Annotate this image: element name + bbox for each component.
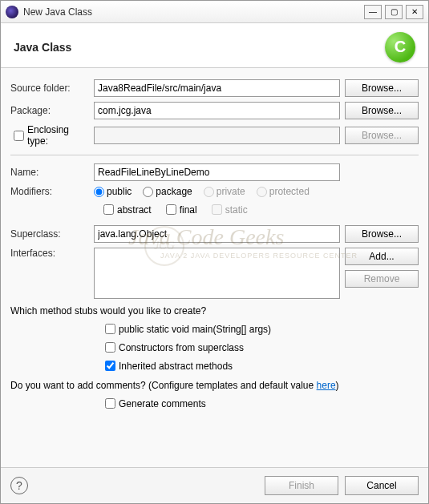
- footer: ? Finish Cancel: [1, 467, 428, 503]
- name-input[interactable]: [94, 163, 340, 181]
- source-folder-row: Source folder: Browse...: [10, 79, 419, 97]
- enclosing-type-checkbox[interactable]: [14, 131, 24, 141]
- finish-button[interactable]: Finish: [265, 476, 338, 495]
- source-folder-label: Source folder:: [10, 83, 89, 94]
- package-label: Package:: [10, 105, 89, 116]
- stub-main-row: public static void main(String[] args): [102, 321, 419, 337]
- superclass-label: Superclass:: [10, 228, 89, 240]
- separator-1: [10, 155, 419, 155]
- dialog-window: New Java Class — ▢ ✕ Java Class C Source…: [0, 0, 429, 504]
- interfaces-label: Interfaces:: [10, 248, 89, 259]
- stub-main[interactable]: public static void main(String[] args): [102, 321, 271, 337]
- interfaces-remove-button: Remove: [345, 270, 419, 288]
- modifier-private: private: [204, 186, 245, 197]
- modifier-abstract[interactable]: abstract: [100, 202, 152, 217]
- cancel-button[interactable]: Cancel: [345, 476, 419, 495]
- interfaces-list[interactable]: [94, 248, 340, 299]
- comments-question: Do you want to add comments? (Configure …: [10, 380, 419, 391]
- maximize-button[interactable]: ▢: [385, 5, 403, 19]
- interfaces-row: Interfaces: Add... Remove: [10, 248, 419, 299]
- help-icon[interactable]: ?: [10, 477, 28, 494]
- configure-link[interactable]: here: [317, 380, 336, 391]
- name-label: Name:: [10, 167, 89, 178]
- package-input[interactable]: [94, 102, 340, 119]
- eclipse-icon: [6, 6, 18, 18]
- package-browse-button[interactable]: Browse...: [345, 102, 419, 119]
- close-button[interactable]: ✕: [406, 5, 423, 19]
- enclosing-type-label[interactable]: Enclosing type:: [10, 124, 89, 147]
- stub-inherited-row: Inherited abstract methods: [102, 358, 419, 373]
- modifier-protected: protected: [257, 186, 310, 197]
- modifiers-checks-row: abstract final static: [100, 202, 419, 217]
- modifier-package[interactable]: package: [143, 186, 192, 197]
- interfaces-add-button[interactable]: Add...: [345, 248, 419, 265]
- modifier-final[interactable]: final: [163, 202, 197, 217]
- minimize-button[interactable]: —: [364, 5, 382, 19]
- modifiers-row: Modifiers: public package private protec…: [10, 186, 419, 197]
- generate-comments[interactable]: Generate comments: [102, 396, 206, 411]
- class-icon: C: [385, 32, 415, 62]
- name-row: Name:: [10, 163, 419, 181]
- superclass-input[interactable]: [94, 225, 340, 243]
- package-row: Package: Browse...: [10, 102, 419, 119]
- stub-inherited[interactable]: Inherited abstract methods: [102, 358, 233, 373]
- window-title: New Java Class: [23, 6, 92, 18]
- window-controls: — ▢ ✕: [364, 5, 423, 19]
- superclass-row: Superclass: Browse...: [10, 225, 419, 243]
- enclosing-type-row: Enclosing type: Browse...: [10, 124, 419, 147]
- modifiers-label: Modifiers:: [10, 186, 89, 197]
- superclass-browse-button[interactable]: Browse...: [345, 225, 419, 243]
- enclosing-type-browse-button: Browse...: [345, 127, 419, 144]
- header-title: Java Class: [14, 41, 71, 54]
- enclosing-type-input: [94, 127, 340, 144]
- modifier-public[interactable]: public: [94, 186, 132, 197]
- header: Java Class C: [1, 23, 428, 68]
- content-area: Source folder: Browse... Package: Browse…: [1, 68, 428, 467]
- source-folder-input[interactable]: [94, 79, 340, 97]
- stub-constructors-row: Constructors from superclass: [102, 340, 419, 355]
- generate-comments-row: Generate comments: [102, 396, 419, 411]
- source-folder-browse-button[interactable]: Browse...: [345, 79, 419, 97]
- stubs-question: Which method stubs would you like to cre…: [10, 305, 419, 317]
- titlebar: New Java Class — ▢ ✕: [1, 1, 428, 23]
- stub-constructors[interactable]: Constructors from superclass: [102, 340, 244, 355]
- modifier-static[interactable]: static: [208, 202, 248, 217]
